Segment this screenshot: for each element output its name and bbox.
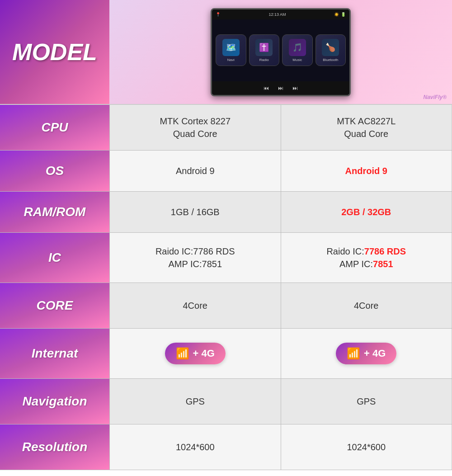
music-app-icon: 🎵 Music bbox=[282, 34, 313, 66]
radio-icon-img: ✝️ bbox=[255, 39, 273, 56]
model-label-cell: MODEL bbox=[0, 0, 109, 104]
model-row: MODEL 📍 12:13 AM ☀️ 🔋 🗺️ Navi ✝️ Radio bbox=[0, 0, 452, 105]
radio-label: Radio bbox=[259, 58, 269, 62]
os-col1: Android 9 bbox=[109, 151, 281, 191]
badge-label-1: + 4G bbox=[193, 348, 215, 359]
ic-col2-text: Raido IC:7786 RDS AMP IC:7851 bbox=[326, 245, 406, 270]
bt-icon-img: 🍗 bbox=[322, 39, 339, 56]
navi-label: Navi bbox=[227, 58, 235, 62]
ramrom-col1: 1GB / 16GB bbox=[109, 192, 281, 232]
radio-app-icon: ✝️ Radio bbox=[249, 34, 280, 66]
play-btn: ⏭ bbox=[278, 85, 283, 91]
navigation-label-cell: Navigation bbox=[0, 379, 109, 424]
os-row: OS Android 9 Android 9 bbox=[0, 151, 452, 192]
internat-label: Internat bbox=[32, 346, 78, 361]
bt-label: Bluetooth bbox=[323, 58, 338, 62]
badge-label-2: + 4G bbox=[364, 348, 386, 359]
screen-bottom-bar: ⏮ ⏭ ⏭ bbox=[212, 81, 349, 95]
cpu-col2-text: MTK AC8227LQuad Core bbox=[337, 115, 396, 140]
screen-mockup: 📍 12:13 AM ☀️ 🔋 🗺️ Navi ✝️ Radio 🎵 bbox=[211, 8, 351, 96]
ramrom-label: RAM/ROM bbox=[24, 205, 86, 219]
navifly-watermark: NaviFly® bbox=[423, 94, 447, 100]
internat-row: Internat 📶 + 4G 📶 + 4G bbox=[0, 329, 452, 379]
resolution-label-cell: Resolution bbox=[0, 424, 109, 470]
bluetooth-app-icon: 🍗 Bluetooth bbox=[315, 34, 346, 66]
cpu-label: CPU bbox=[41, 120, 68, 135]
core-row: CORE 4Core 4Core bbox=[0, 283, 452, 329]
screen-time: 12:13 AM bbox=[268, 12, 286, 17]
os-label: OS bbox=[46, 164, 64, 178]
screen-top-bar: 📍 12:13 AM ☀️ 🔋 bbox=[212, 9, 349, 19]
resolution-col2-text: 1024*600 bbox=[347, 441, 386, 453]
battery-icon: 🔋 bbox=[341, 12, 346, 17]
resolution-col1: 1024*600 bbox=[109, 424, 281, 470]
cpu-col2: MTK AC8227LQuad Core bbox=[281, 105, 452, 150]
os-col2-text: Android 9 bbox=[345, 165, 387, 177]
cpu-col1-text: MTK Cortex 8227Quad Core bbox=[160, 115, 231, 140]
navi-app-icon: 🗺️ Navi bbox=[216, 34, 246, 66]
navi-icon-img: 🗺️ bbox=[222, 39, 240, 56]
ic-red-1: 7786 RDS bbox=[364, 246, 406, 256]
ic-label: IC bbox=[48, 250, 61, 265]
navigation-label: Navigation bbox=[22, 394, 87, 409]
ic-label-cell: IC bbox=[0, 233, 109, 283]
navigation-col2-text: GPS bbox=[357, 395, 376, 408]
core-label: CORE bbox=[37, 298, 73, 313]
resolution-col1-text: 1024*600 bbox=[176, 441, 215, 453]
ic-red-2: 7851 bbox=[373, 259, 393, 269]
ramrom-col1-text: 1GB / 16GB bbox=[171, 206, 220, 218]
ramrom-row: RAM/ROM 1GB / 16GB 2GB / 32GB bbox=[0, 192, 452, 233]
resolution-col2: 1024*600 bbox=[281, 424, 452, 470]
model-screen-cell: 📍 12:13 AM ☀️ 🔋 🗺️ Navi ✝️ Radio 🎵 bbox=[109, 0, 452, 104]
ramrom-col2: 2GB / 32GB bbox=[281, 192, 452, 232]
resolution-label: Resolution bbox=[22, 440, 88, 454]
ic-col1: Raido IC:7786 RDSAMP IC:7851 bbox=[109, 233, 281, 283]
ic-col2: Raido IC:7786 RDS AMP IC:7851 bbox=[281, 233, 452, 283]
next-btn: ⏭ bbox=[292, 85, 298, 91]
ic-row: IC Raido IC:7786 RDSAMP IC:7851 Raido IC… bbox=[0, 233, 452, 283]
model-label: MODEL bbox=[12, 38, 97, 66]
wifi-badge-col2: 📶 + 4G bbox=[336, 343, 396, 364]
os-col2: Android 9 bbox=[281, 151, 452, 191]
core-col2-text: 4Core bbox=[354, 299, 378, 312]
internat-col1: 📶 + 4G bbox=[109, 329, 281, 378]
navigation-row: Navigation GPS GPS bbox=[0, 379, 452, 424]
os-col1-text: Android 9 bbox=[176, 165, 215, 177]
ic-col1-text: Raido IC:7786 RDSAMP IC:7851 bbox=[155, 245, 235, 270]
navigation-col2: GPS bbox=[281, 379, 452, 424]
navigation-col1-text: GPS bbox=[186, 395, 205, 408]
cpu-col1: MTK Cortex 8227Quad Core bbox=[109, 105, 281, 150]
core-col2: 4Core bbox=[281, 283, 452, 328]
screen-content: 🗺️ Navi ✝️ Radio 🎵 Music 🍗 Bluetooth bbox=[212, 19, 349, 81]
resolution-row: Resolution 1024*600 1024*600 bbox=[0, 424, 452, 470]
wifi-icon-2: 📶 bbox=[347, 347, 360, 360]
screen-status-icons: ☀️ 🔋 bbox=[334, 12, 346, 17]
internat-col2: 📶 + 4G bbox=[281, 329, 452, 378]
cpu-row: CPU MTK Cortex 8227Quad Core MTK AC8227L… bbox=[0, 105, 452, 151]
cpu-label-cell: CPU bbox=[0, 105, 109, 150]
music-label: Music bbox=[292, 58, 302, 62]
navigation-col1: GPS bbox=[109, 379, 281, 424]
brightness-icon: ☀️ bbox=[334, 12, 339, 17]
internat-label-cell: Internat bbox=[0, 329, 109, 378]
core-col1: 4Core bbox=[109, 283, 281, 328]
core-label-cell: CORE bbox=[0, 283, 109, 328]
wifi-icon-1: 📶 bbox=[176, 347, 189, 360]
screen-location-icon: 📍 bbox=[216, 12, 221, 17]
os-label-cell: OS bbox=[0, 151, 109, 191]
ramrom-label-cell: RAM/ROM bbox=[0, 192, 109, 232]
core-col1-text: 4Core bbox=[183, 299, 207, 312]
prev-btn: ⏮ bbox=[264, 85, 269, 91]
ramrom-col2-text: 2GB / 32GB bbox=[341, 206, 391, 218]
music-icon-img: 🎵 bbox=[289, 39, 306, 56]
wifi-badge-col1: 📶 + 4G bbox=[165, 343, 226, 364]
